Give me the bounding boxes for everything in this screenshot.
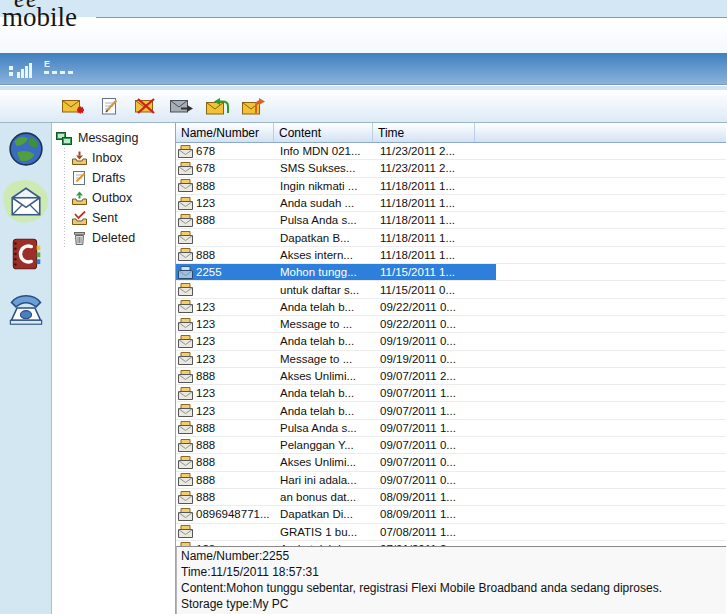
cell-name-number: 678 [176, 162, 274, 175]
envelope-delete-icon [134, 97, 158, 116]
message-envelope-icon [178, 387, 193, 400]
message-row[interactable]: 123 Anda telah b... 09/07/2011 1... [176, 402, 726, 419]
message-row[interactable]: 888 Akses Unlimi... 09/07/2011 2... [176, 368, 726, 385]
cell-name-number: 123 [176, 300, 274, 313]
tree-root-messaging[interactable]: Messaging [52, 128, 175, 148]
column-header-name-number[interactable]: Name/Number [176, 123, 274, 142]
move-message-button[interactable] [168, 94, 195, 118]
column-header-content[interactable]: Content [274, 123, 373, 142]
name-number-text: 888 [196, 439, 215, 451]
content-text: Anda sudah ... [274, 197, 373, 209]
brand-logo-line2: mobile [0, 4, 200, 31]
content-text: Anda telah b... [274, 301, 373, 313]
time-text: 11/18/2011 1... [373, 249, 475, 261]
message-row[interactable]: 123 Anda telah b... 09/19/2011 0... [176, 333, 726, 350]
name-number-text: 888 [196, 491, 215, 503]
message-row[interactable]: untuk daftar s... 11/15/2011 0... [176, 281, 726, 298]
message-row[interactable]: 0896948771... Dapatkan Di... 08/09/2011 … [176, 506, 726, 523]
message-envelope-icon [178, 508, 193, 521]
inbox-icon [72, 151, 87, 165]
tree-item-deleted[interactable]: Deleted [52, 228, 175, 248]
message-list: 678 Info MDN 021... 11/23/2011 2... 678 … [176, 143, 726, 546]
time-text: 09/07/2011 1... [373, 405, 475, 417]
name-number-text: 2255 [196, 266, 222, 278]
mail-icon [8, 185, 44, 219]
name-number-text: 123 [196, 405, 215, 417]
content-text: Info MDN 021... [274, 145, 373, 157]
name-number-text: 888 [196, 474, 215, 486]
message-row[interactable]: 123 Message to ... 09/19/2011 0... [176, 351, 726, 368]
detail-storage-type: Storage type:My PC [181, 596, 722, 612]
tree-item-inbox[interactable]: Inbox [52, 148, 175, 168]
content-text: Anda telah b... [274, 335, 373, 347]
tree-item-label: Drafts [92, 171, 125, 185]
new-message-button[interactable] [60, 94, 87, 118]
message-row[interactable]: 888 Pelanggan Y... 09/07/2011 0... [176, 437, 726, 454]
tree-item-drafts[interactable]: Drafts [52, 168, 175, 188]
edit-message-button[interactable] [96, 94, 123, 118]
reply-message-button[interactable] [204, 94, 231, 118]
envelope-reply-icon [205, 97, 230, 116]
time-text: 07/08/2011 1... [373, 526, 475, 538]
cell-name-number [176, 525, 274, 538]
message-row[interactable]: 123 Anda telah b... 09/07/2011 1... [176, 385, 726, 402]
message-row[interactable]: 123 Message to ... 09/22/2011 0... [176, 316, 726, 333]
messaging-icon [56, 131, 73, 146]
time-text: 08/09/2011 1... [373, 491, 475, 503]
sent-icon [72, 211, 87, 225]
message-row[interactable]: 888 Ingin nikmati ... 11/18/2011 1... [176, 178, 726, 195]
content-text: Pulsa Anda s... [274, 422, 373, 434]
message-row[interactable]: 888 Pulsa Anda s... 09/07/2011 1... [176, 420, 726, 437]
content-text: Akses intern... [274, 249, 373, 261]
detail-content: Content:Mohon tunggu sebentar, registras… [181, 580, 722, 596]
time-text: 09/22/2011 0... [373, 318, 475, 330]
cell-name-number: 888 [176, 456, 274, 469]
nav-messaging-button[interactable] [7, 183, 45, 221]
message-row[interactable]: 678 Info MDN 021... 11/23/2011 2... [176, 143, 726, 160]
network-type-label: E [44, 59, 84, 69]
cell-name-number: 123 [176, 352, 274, 365]
content-text: Pulsa Anda s... [274, 214, 373, 226]
delete-message-button[interactable] [132, 94, 159, 118]
name-number-text: 123 [196, 197, 215, 209]
message-row[interactable]: 888 Akses intern... 11/18/2011 1... [176, 247, 726, 264]
tree-item-label: Outbox [92, 191, 132, 205]
content-text: Dapatkan Di... [274, 508, 373, 520]
name-number-text: 888 [196, 456, 215, 468]
cell-name-number: 888 [176, 421, 274, 434]
message-row[interactable]: 888 Hari ini adala... 09/07/2011 0... [176, 472, 726, 489]
name-number-text: 678 [196, 145, 215, 157]
nav-calls-button[interactable] [7, 289, 45, 327]
message-row[interactable]: Dapatkan B... 11/18/2011 1... [176, 229, 726, 246]
nav-internet-button[interactable] [7, 130, 45, 168]
content-text: SMS Sukses... [274, 162, 373, 174]
column-header-time[interactable]: Time [373, 123, 475, 142]
tree-item-outbox[interactable]: Outbox [52, 188, 175, 208]
app-window: ee mobile E [0, 0, 727, 614]
content-text: Akses Unlimi... [274, 456, 373, 468]
message-row[interactable]: 2255 Mohon tungg... 11/15/2011 1... [176, 264, 726, 281]
message-envelope-icon [178, 179, 193, 192]
cell-name-number: 888 [176, 473, 274, 486]
nav-phonebook-button[interactable] [7, 235, 45, 273]
message-envelope-icon [178, 421, 193, 434]
message-row[interactable]: 888 Pulsa Anda s... 11/18/2011 1... [176, 212, 726, 229]
time-text: 09/19/2011 0... [373, 353, 475, 365]
message-row[interactable]: 123 Anda sudah ... 11/18/2011 1... [176, 195, 726, 212]
tree-item-sent[interactable]: Sent [52, 208, 175, 228]
content-text: Anda telah b... [274, 387, 373, 399]
message-row[interactable]: 888 an bonus dat... 08/09/2011 1... [176, 489, 726, 506]
signal-strength-icon [9, 60, 39, 78]
forward-message-button[interactable] [240, 94, 267, 118]
message-row[interactable]: 888 Akses Unlimi... 09/07/2011 0... [176, 454, 726, 471]
cell-name-number: 888 [176, 370, 274, 383]
network-dashes [44, 71, 73, 74]
message-row[interactable]: GRATIS 1 bu... 07/08/2011 1... [176, 524, 726, 541]
time-text: 08/09/2011 1... [373, 508, 475, 520]
tree-item-label: Inbox [92, 151, 123, 165]
name-number-text: 888 [196, 249, 215, 261]
time-text: 09/22/2011 0... [373, 301, 475, 313]
message-row[interactable]: 123 Anda telah b... 09/22/2011 0... [176, 299, 726, 316]
message-row[interactable]: 678 SMS Sukses... 11/23/2011 2... [176, 160, 726, 177]
message-details-panel: Name/Number:2255 Time:11/15/2011 18:57:3… [176, 546, 726, 614]
